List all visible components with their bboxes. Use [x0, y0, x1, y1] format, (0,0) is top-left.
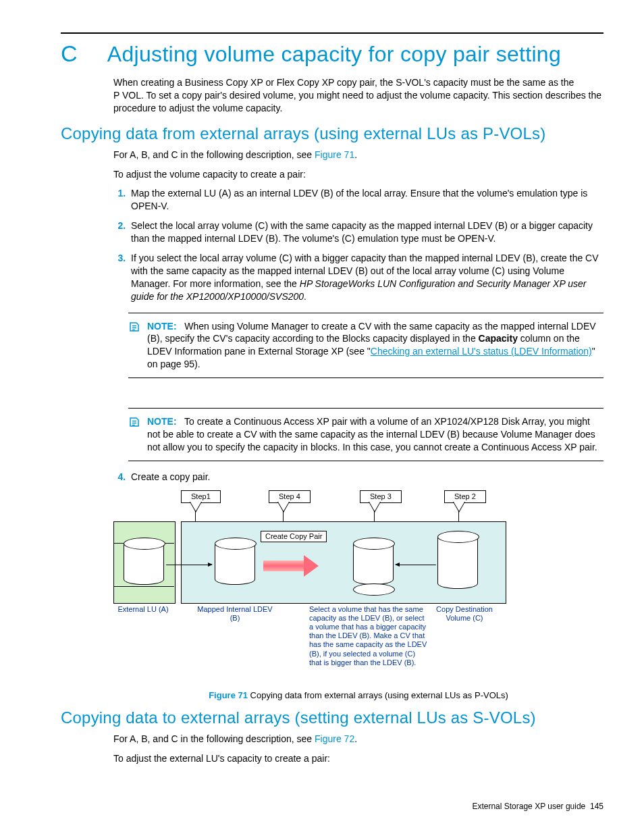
figure-72-xref[interactable]: Figure 72: [315, 733, 354, 744]
section2-line1: For A, B, and C in the following descrip…: [113, 733, 603, 746]
note-2: NOTE: To create a Continuous Access XP p…: [128, 408, 603, 461]
page: C Adjusting volume capacity for copy pai…: [0, 0, 644, 834]
section1-line1: For A, B, and C in the following descrip…: [113, 149, 603, 161]
cv-arrow: [396, 565, 436, 565]
label-copy-dest: Copy Destination Volume (C): [424, 605, 505, 623]
note-label: NOTE:: [147, 416, 177, 427]
section2-heading: Copying data to external arrays (setting…: [61, 708, 603, 727]
appendix-letter: C: [61, 41, 78, 67]
note-1: NOTE: When using Volume Manager to creat…: [128, 313, 603, 379]
steps-list-cont: Create a copy pair.: [113, 471, 603, 484]
figure-caption: Figure 71 Copying data from external arr…: [113, 690, 603, 700]
label-external-lu: External LU (A): [109, 605, 177, 614]
step-3: If you select the local array volume (C)…: [128, 252, 603, 303]
create-copy-pair-label: Create Copy Pair: [261, 531, 327, 542]
appendix-heading: C Adjusting volume capacity for copy pai…: [61, 41, 603, 67]
cylinder-b: [215, 538, 255, 585]
steps-list: Map the external LU (A) as an internal L…: [113, 187, 603, 303]
note-icon: [128, 321, 140, 371]
ldev-info-link[interactable]: Checking an external LU's status (LDEV I…: [371, 346, 592, 357]
appendix-title: Adjusting volume capacity for copy pair …: [107, 42, 561, 67]
cylinder-a: [124, 538, 164, 585]
step-1: Map the external LU (A) as an internal L…: [128, 187, 603, 213]
figure-71: Step1 Step 4 Step 3 Step 2: [113, 490, 603, 700]
section1-heading: Copying data from external arrays (using…: [61, 124, 603, 143]
note-label: NOTE:: [147, 321, 177, 332]
cylinder-mid: [353, 538, 394, 596]
copy-pair-arrow: [263, 555, 319, 577]
step-2: Select the local array volume (C) with t…: [128, 219, 603, 245]
diagram: Step1 Step 4 Step 3 Step 2: [113, 490, 586, 686]
intro-paragraph: When creating a Business Copy XP or Flex…: [113, 76, 603, 115]
figure-71-xref[interactable]: Figure 71: [315, 149, 354, 160]
section1-line2: To adjust the volume capacity to create …: [113, 168, 603, 181]
top-rule: [61, 32, 603, 34]
map-arrow: [166, 565, 212, 565]
section2-line2: To adjust the external LU's capacity to …: [113, 752, 603, 765]
step-4: Create a copy pair.: [128, 471, 603, 484]
cylinder-c: [437, 531, 478, 589]
footer: External Storage XP user guide 145: [472, 802, 603, 811]
note-icon: [128, 416, 140, 454]
label-select-volume: Select a volume that has the same capaci…: [309, 605, 427, 667]
label-mapped-ldev: Mapped Internal LDEV (B): [194, 605, 275, 623]
